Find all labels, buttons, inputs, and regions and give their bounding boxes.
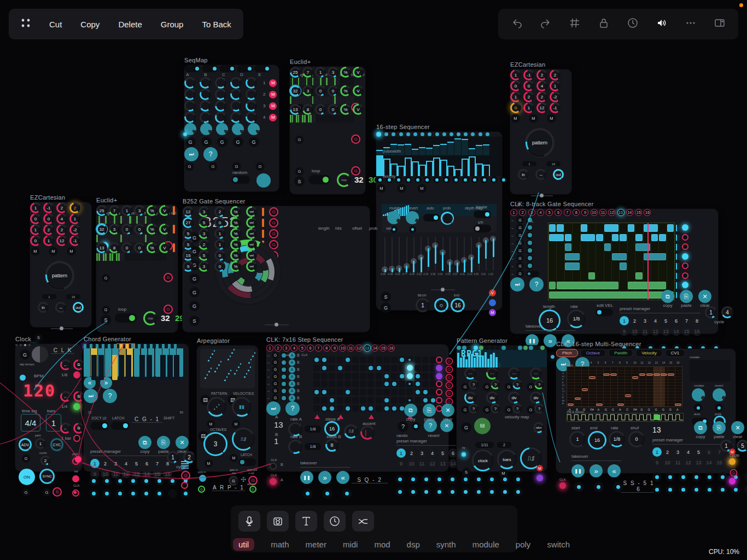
pulsewidth-bar[interactable] — [469, 148, 475, 155]
euclid-knob[interactable]: 0 — [134, 224, 145, 235]
preset-3[interactable]: 3 — [417, 448, 427, 458]
seq716-row-port[interactable] — [436, 365, 442, 371]
seq716-cell[interactable] — [345, 381, 351, 387]
browser-icon-speaker[interactable] — [267, 511, 289, 532]
rando-dot[interactable] — [412, 422, 420, 430]
seq716-cell[interactable] — [422, 389, 429, 395]
seq716-cell[interactable] — [321, 397, 328, 404]
seq716-g-button[interactable]: G — [272, 359, 279, 366]
mini-key[interactable] — [144, 344, 147, 348]
gate8-g-button[interactable]: G — [516, 270, 524, 277]
b252-prob-knob[interactable]: % — [230, 250, 241, 261]
preset-14[interactable]: 14 — [672, 326, 681, 336]
seqmap-knob[interactable] — [200, 77, 211, 89]
black-key[interactable] — [119, 355, 124, 380]
part-port[interactable] — [72, 458, 79, 465]
rew-button[interactable]: « — [608, 464, 621, 477]
preset-1[interactable]: 1 — [90, 459, 100, 468]
step-dot[interactable] — [314, 390, 319, 394]
multiseq-cell[interactable] — [575, 398, 581, 400]
seq716-cell[interactable] — [329, 373, 335, 380]
seq716-step-8[interactable]: 8 — [323, 345, 330, 352]
step-dot[interactable] — [322, 366, 326, 370]
trigger-dot[interactable] — [718, 485, 727, 494]
mini-key[interactable] — [147, 344, 150, 348]
gate8-block[interactable] — [612, 253, 627, 261]
patgen-s-button[interactable]: S — [462, 468, 470, 476]
euclid-knob[interactable]: % — [147, 224, 157, 235]
cyan-dot[interactable] — [414, 424, 418, 428]
preset-12[interactable]: 12 — [651, 326, 660, 336]
patgen-q-knob[interactable]: ? — [491, 380, 500, 389]
cyan-dot[interactable] — [157, 479, 161, 483]
step-dot[interactable] — [384, 382, 389, 386]
gate8-block[interactable] — [604, 224, 619, 232]
cyan-dot[interactable] — [105, 492, 109, 495]
gate8-block[interactable] — [620, 234, 626, 242]
rate-a-box[interactable]: 1/8 — [305, 425, 321, 433]
patgen-step-dot[interactable] — [518, 346, 522, 350]
adv-button[interactable]: ADV — [19, 438, 32, 451]
euclid-knob[interactable]: 8 — [302, 104, 313, 115]
black-key[interactable] — [174, 355, 179, 380]
patgen-g2-button[interactable]: G — [505, 406, 513, 414]
arp-display-dot[interactable] — [227, 359, 229, 360]
seq716-ext-dot[interactable] — [281, 374, 287, 380]
black-key[interactable] — [147, 355, 152, 380]
step16-dot[interactable] — [486, 132, 489, 136]
step16-dot[interactable] — [471, 132, 475, 136]
seq716-row-port[interactable] — [436, 389, 442, 395]
trigger-dot[interactable] — [422, 475, 431, 484]
cyan-dot[interactable] — [184, 492, 188, 495]
mini-key[interactable] — [141, 344, 144, 348]
cyan-dot[interactable] — [483, 178, 486, 182]
routing-icon[interactable] — [181, 465, 189, 466]
euclid-g-button[interactable]: G — [295, 167, 304, 176]
category-meter[interactable]: meter — [306, 540, 326, 549]
b252-length-knob[interactable]: 9 — [183, 261, 194, 272]
dir-knob[interactable]: ↔ — [535, 169, 546, 180]
ez-knob[interactable]: 2 — [536, 69, 547, 80]
mini-key[interactable] — [111, 344, 114, 348]
trigger-dot[interactable] — [679, 472, 688, 482]
value-out-port[interactable]: V — [489, 289, 496, 296]
multiseq-start-knob[interactable]: 1 — [569, 431, 586, 447]
velmap-bar[interactable] — [495, 357, 498, 368]
rate-knob-a[interactable]: ← — [60, 423, 71, 434]
prob-dot[interactable] — [715, 404, 723, 412]
multiseq-cell[interactable] — [632, 376, 639, 379]
euclid-knob[interactable]: V — [159, 205, 170, 216]
seq716-cell[interactable] — [406, 381, 413, 387]
step-enable[interactable] — [491, 176, 498, 183]
tab-velocity[interactable]: Velocity — [635, 349, 663, 357]
mini-key[interactable] — [171, 344, 174, 348]
teal-dot[interactable] — [282, 360, 286, 365]
gate8-block[interactable] — [549, 234, 564, 242]
cyan-dot[interactable] — [708, 488, 711, 492]
seqmap-knob[interactable] — [246, 77, 257, 89]
browser-icon-clock[interactable] — [324, 511, 346, 532]
arp-display-dot[interactable] — [214, 371, 216, 372]
seq716-cell[interactable] — [345, 397, 351, 404]
black-key[interactable] — [126, 355, 131, 380]
seqmap-knob[interactable] — [215, 77, 226, 89]
step-dot[interactable] — [384, 398, 389, 402]
step-dot[interactable] — [346, 406, 350, 411]
velocity-step[interactable] — [376, 155, 383, 176]
clock-g4-button[interactable]: G — [43, 488, 51, 497]
ez-knob[interactable]: 2 — [43, 224, 54, 235]
pulsewidth-bar[interactable] — [419, 147, 425, 155]
seqmap-knob[interactable] — [215, 112, 226, 123]
patgen-step-dot[interactable] — [495, 346, 500, 350]
ez-knob[interactable]: 0 — [523, 80, 534, 91]
cyan-dot[interactable] — [393, 228, 395, 231]
multiseq-cell[interactable] — [603, 374, 610, 376]
seq716-cell[interactable] — [367, 373, 374, 380]
trigger-dot[interactable] — [408, 487, 418, 497]
b252-hits-knob[interactable]: 3 — [199, 228, 209, 239]
gate8-block[interactable] — [581, 224, 587, 232]
b252-vel-knob[interactable]: vel — [246, 228, 257, 239]
seq716-cell[interactable] — [345, 389, 351, 395]
seq716-cell[interactable] — [422, 381, 429, 387]
seq716-cell[interactable] — [415, 381, 421, 387]
